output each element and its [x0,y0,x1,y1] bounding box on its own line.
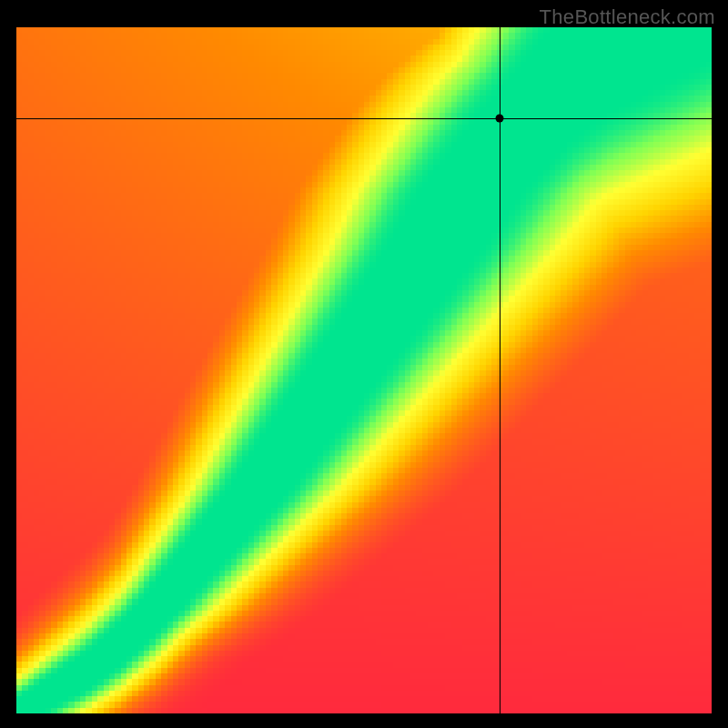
crosshair-vertical [500,27,500,713]
watermark-text: TheBottleneck.com [540,5,715,29]
heatmap-canvas [16,27,712,713]
crosshair-horizontal [16,118,712,119]
chart-frame [0,0,728,728]
page-root: TheBottleneck.com [0,0,728,728]
chart-area [16,27,712,713]
marker-dot [495,115,503,123]
